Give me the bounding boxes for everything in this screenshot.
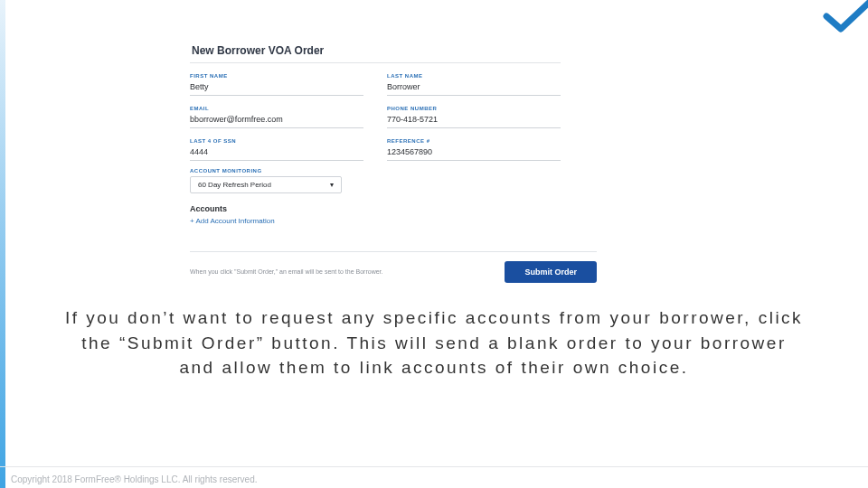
accounts-heading: Accounts (190, 204, 561, 213)
form-title: New Borrower VOA Order (190, 41, 561, 63)
email-label: EMAIL (190, 106, 363, 111)
ssn-field[interactable]: LAST 4 OF SSN 4444 (190, 134, 363, 161)
submit-row: When you click "Submit Order," an email … (190, 251, 597, 283)
phone-label: PHONE NUMBER (387, 106, 561, 111)
logo-checkmark-icon (823, 0, 868, 34)
ssn-value[interactable]: 4444 (190, 146, 363, 161)
email-value[interactable]: bborrower@formfree.com (190, 114, 363, 128)
last-name-field[interactable]: LAST NAME Borrower (387, 69, 561, 96)
slide-instruction-text: If you don’t want to request any specifi… (63, 305, 805, 380)
copyright-text: Copyright 2018 FormFree® Holdings LLC. A… (11, 474, 258, 484)
email-field[interactable]: EMAIL bborrower@formfree.com (190, 101, 363, 128)
monitoring-select[interactable]: 60 Day Refresh Period ▾ (190, 176, 342, 193)
voa-order-form: New Borrower VOA Order FIRST NAME Betty … (190, 41, 561, 225)
phone-field[interactable]: PHONE NUMBER 770-418-5721 (387, 101, 561, 128)
first-name-value[interactable]: Betty (190, 81, 363, 96)
reference-value[interactable]: 1234567890 (387, 146, 561, 161)
first-name-field[interactable]: FIRST NAME Betty (190, 69, 363, 96)
reference-field[interactable]: REFERENCE # 1234567890 (387, 134, 561, 161)
add-account-link[interactable]: + Add Account Information (190, 217, 561, 225)
last-name-value[interactable]: Borrower (387, 81, 561, 96)
last-name-label: LAST NAME (387, 73, 561, 79)
first-name-label: FIRST NAME (190, 73, 363, 79)
phone-value[interactable]: 770-418-5721 (387, 114, 561, 128)
caret-down-icon: ▾ (330, 181, 334, 189)
submit-note: When you click "Submit Order," an email … (190, 267, 492, 276)
reference-label: REFERENCE # (387, 138, 561, 144)
ssn-label: LAST 4 OF SSN (190, 138, 363, 144)
monitoring-label: ACCOUNT MONITORING (190, 168, 561, 174)
monitoring-value: 60 Day Refresh Period (198, 181, 271, 189)
left-accent-bar (0, 0, 5, 488)
submit-order-button[interactable]: Submit Order (505, 261, 597, 283)
footer-divider (0, 466, 868, 467)
